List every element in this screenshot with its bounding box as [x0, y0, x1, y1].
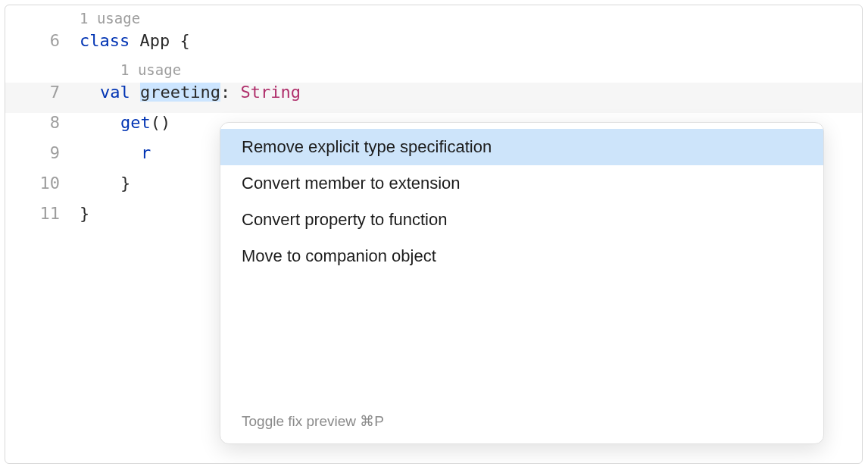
code-token: val: [100, 83, 140, 102]
line-number: 8: [5, 113, 70, 132]
code-token: r: [141, 143, 151, 162]
code-token: App: [139, 31, 180, 50]
intention-item[interactable]: Move to companion object: [220, 238, 823, 274]
intention-list: Remove explicit type specificationConver…: [220, 123, 823, 280]
code-line[interactable]: 7val greeting: String: [5, 83, 862, 113]
inlay-hint[interactable]: 1 usage: [5, 61, 862, 83]
code-token: greeting: [140, 83, 220, 102]
line-number: 6: [5, 31, 70, 50]
intention-item[interactable]: Convert property to function: [220, 202, 823, 238]
line-number: 9: [5, 143, 70, 162]
code-token: (): [151, 113, 171, 132]
line-number: 11: [5, 204, 70, 223]
editor-frame: 1 usage6class App {1 usage7val greeting:…: [5, 5, 863, 464]
popup-footer: Toggle fix preview ⌘P: [220, 402, 823, 443]
inlay-hint[interactable]: 1 usage: [5, 10, 862, 31]
code-token: get: [120, 113, 151, 132]
intention-item[interactable]: Remove explicit type specification: [220, 129, 823, 165]
code-token: }: [120, 174, 130, 193]
code-token: {: [180, 31, 189, 50]
code-token: :: [220, 83, 241, 102]
code-token: String: [240, 83, 300, 102]
intention-popup: Remove explicit type specificationConver…: [220, 122, 824, 444]
line-number: 7: [5, 83, 70, 102]
intention-item[interactable]: Convert member to extension: [220, 165, 823, 202]
code-token: }: [80, 204, 89, 223]
line-number: 10: [5, 174, 70, 193]
code-token: class: [80, 31, 139, 50]
code-line[interactable]: 6class App {: [5, 31, 862, 61]
